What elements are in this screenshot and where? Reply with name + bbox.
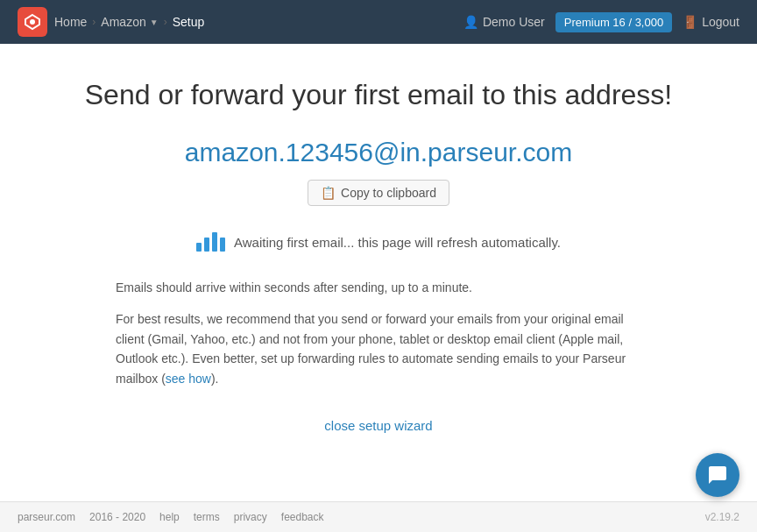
dropdown-caret-icon: ▼ <box>150 18 159 27</box>
home-link[interactable]: Home <box>54 15 87 29</box>
svg-point-1 <box>30 19 35 25</box>
logout-icon: 🚪 <box>683 15 697 29</box>
help-link[interactable]: help <box>159 511 180 523</box>
amazon-label: Amazon <box>101 15 145 29</box>
breadcrumb-sep-2: › <box>164 16 167 28</box>
copy-to-clipboard-button[interactable]: 📋 Copy to clipboard <box>308 180 449 206</box>
feedback-link[interactable]: feedback <box>281 511 324 523</box>
year-range: 2016 - 2020 <box>89 511 145 523</box>
loading-bars-icon <box>196 232 225 252</box>
user-name: Demo User <box>483 15 545 29</box>
copy-button-label: Copy to clipboard <box>341 186 436 200</box>
navbar-right: 👤 Demo User Premium 16 / 3,000 🚪 Logout <box>463 12 739 32</box>
bar-4 <box>220 238 225 252</box>
bar-2 <box>204 238 209 252</box>
chat-button[interactable] <box>696 453 739 497</box>
waiting-text: Awaiting first email... this page will r… <box>234 235 561 250</box>
close-setup-wizard-link[interactable]: close setup wizard <box>324 418 432 433</box>
breadcrumb: Home › Amazon ▼ › Setup <box>54 15 204 29</box>
chat-icon <box>707 465 728 486</box>
logout-label: Logout <box>702 15 739 29</box>
bar-1 <box>196 243 202 252</box>
see-how-link[interactable]: see how <box>166 372 211 386</box>
bar-3 <box>212 232 217 252</box>
waiting-section: Awaiting first email... this page will r… <box>196 232 561 252</box>
logout-button[interactable]: 🚪 Logout <box>683 15 739 29</box>
main-content: Send or forward your first email to this… <box>28 44 729 501</box>
email-address: amazon.123456@in.parseur.com <box>185 138 572 167</box>
privacy-link[interactable]: privacy <box>234 511 267 523</box>
premium-badge[interactable]: Premium 16 / 3,000 <box>555 12 672 32</box>
info-text-2: For best results, we recommend that you … <box>116 309 641 388</box>
page-title: Send or forward your first email to this… <box>85 79 673 111</box>
amazon-dropdown[interactable]: Amazon ▼ <box>101 15 158 29</box>
terms-link[interactable]: terms <box>194 511 220 523</box>
info-text-1: Emails should arrive within seconds afte… <box>116 278 641 297</box>
site-name: parseur.com <box>18 511 75 523</box>
navbar-left: Home › Amazon ▼ › Setup <box>18 7 204 37</box>
breadcrumb-sep-1: › <box>92 16 96 28</box>
clipboard-icon: 📋 <box>321 186 336 200</box>
app-logo[interactable] <box>18 7 47 37</box>
user-icon: 👤 <box>463 15 478 29</box>
footer-left: parseur.com 2016 - 2020 help terms priva… <box>18 511 324 523</box>
info-text-2-part2: ). <box>211 372 219 386</box>
footer: parseur.com 2016 - 2020 help terms priva… <box>0 501 757 532</box>
user-info: 👤 Demo User <box>463 15 545 29</box>
setup-breadcrumb: Setup <box>173 15 205 29</box>
info-section: Emails should arrive within seconds afte… <box>116 278 641 401</box>
version: v2.19.2 <box>705 511 739 523</box>
navbar: Home › Amazon ▼ › Setup 👤 Demo User Prem… <box>0 0 757 44</box>
